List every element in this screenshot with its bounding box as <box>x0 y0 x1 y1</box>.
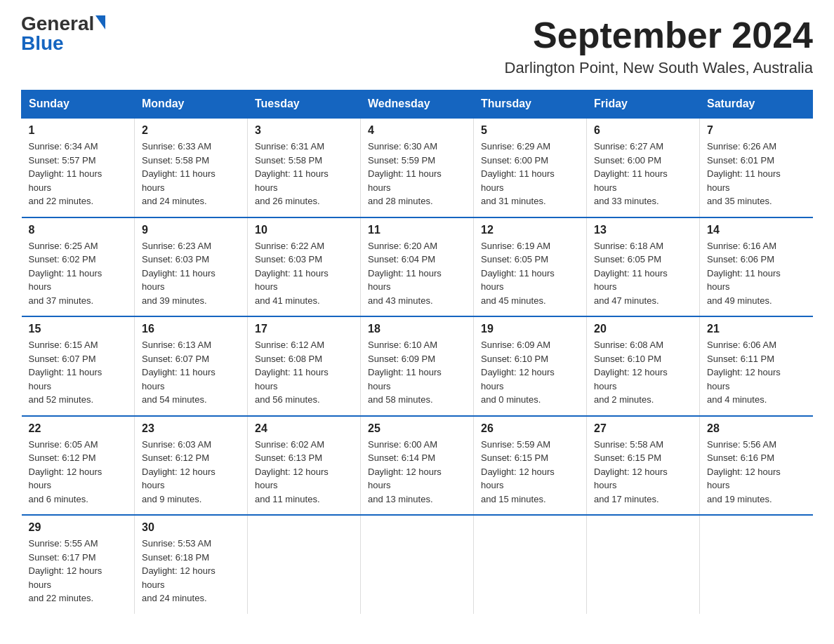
calendar-week-row: 15Sunrise: 6:15 AMSunset: 6:07 PMDayligh… <box>22 316 813 416</box>
calendar-cell: 30Sunrise: 5:53 AMSunset: 6:18 PMDayligh… <box>135 515 248 614</box>
header-thursday: Thursday <box>474 90 587 119</box>
day-number: 24 <box>255 422 353 435</box>
calendar-cell: 21Sunrise: 6:06 AMSunset: 6:11 PMDayligh… <box>700 316 813 416</box>
day-info: Sunrise: 6:10 AMSunset: 6:09 PMDaylight:… <box>368 338 466 407</box>
day-info: Sunrise: 6:30 AMSunset: 5:59 PMDaylight:… <box>368 140 466 208</box>
day-number: 17 <box>255 323 353 335</box>
day-info: Sunrise: 5:55 AMSunset: 6:17 PMDaylight:… <box>29 537 128 605</box>
day-number: 14 <box>707 224 806 236</box>
page-header: General Blue September 2024 Darlington P… <box>21 14 813 77</box>
day-info: Sunrise: 6:26 AMSunset: 6:01 PMDaylight:… <box>707 140 806 208</box>
day-number: 21 <box>707 323 806 335</box>
calendar-cell: 16Sunrise: 6:13 AMSunset: 6:07 PMDayligh… <box>135 316 248 416</box>
calendar-cell: 11Sunrise: 6:20 AMSunset: 6:04 PMDayligh… <box>361 217 474 317</box>
day-info: Sunrise: 6:34 AMSunset: 5:57 PMDaylight:… <box>29 140 128 208</box>
header-wednesday: Wednesday <box>361 90 474 119</box>
calendar-cell: 13Sunrise: 6:18 AMSunset: 6:05 PMDayligh… <box>587 217 700 317</box>
day-number: 7 <box>707 124 806 137</box>
day-info: Sunrise: 5:56 AMSunset: 6:16 PMDaylight:… <box>707 438 806 507</box>
calendar-cell: 27Sunrise: 5:58 AMSunset: 6:15 PMDayligh… <box>587 416 700 516</box>
day-info: Sunrise: 6:08 AMSunset: 6:10 PMDaylight:… <box>594 338 692 407</box>
day-number: 27 <box>594 422 692 435</box>
day-info: Sunrise: 5:58 AMSunset: 6:15 PMDaylight:… <box>594 438 692 507</box>
day-number: 4 <box>368 124 466 137</box>
calendar-cell: 28Sunrise: 5:56 AMSunset: 6:16 PMDayligh… <box>700 416 813 516</box>
calendar-cell: 8Sunrise: 6:25 AMSunset: 6:02 PMDaylight… <box>22 217 135 317</box>
day-info: Sunrise: 6:19 AMSunset: 6:05 PMDaylight:… <box>481 239 579 308</box>
calendar-cell: 17Sunrise: 6:12 AMSunset: 6:08 PMDayligh… <box>248 316 361 416</box>
calendar-cell: 7Sunrise: 6:26 AMSunset: 6:01 PMDaylight… <box>700 118 813 217</box>
day-number: 18 <box>368 323 466 335</box>
day-info: Sunrise: 6:29 AMSunset: 6:00 PMDaylight:… <box>481 140 579 208</box>
day-info: Sunrise: 6:25 AMSunset: 6:02 PMDaylight:… <box>29 239 128 308</box>
calendar-cell: 14Sunrise: 6:16 AMSunset: 6:06 PMDayligh… <box>700 217 813 317</box>
calendar-cell: 20Sunrise: 6:08 AMSunset: 6:10 PMDayligh… <box>587 316 700 416</box>
month-year-title: September 2024 <box>505 14 813 56</box>
header-sunday: Sunday <box>22 90 135 119</box>
calendar-cell: 24Sunrise: 6:02 AMSunset: 6:13 PMDayligh… <box>248 416 361 516</box>
day-number: 8 <box>29 224 128 236</box>
calendar-cell: 5Sunrise: 6:29 AMSunset: 6:00 PMDaylight… <box>474 118 587 217</box>
calendar-header-row: SundayMondayTuesdayWednesdayThursdayFrid… <box>22 90 813 119</box>
day-info: Sunrise: 6:12 AMSunset: 6:08 PMDaylight:… <box>255 338 353 407</box>
day-info: Sunrise: 6:27 AMSunset: 6:00 PMDaylight:… <box>594 140 692 208</box>
header-saturday: Saturday <box>700 90 813 119</box>
day-number: 11 <box>368 224 466 236</box>
logo-general-text: General <box>21 14 94 34</box>
calendar-cell: 23Sunrise: 6:03 AMSunset: 6:12 PMDayligh… <box>135 416 248 516</box>
day-number: 19 <box>481 323 579 335</box>
calendar-cell: 10Sunrise: 6:22 AMSunset: 6:03 PMDayligh… <box>248 217 361 317</box>
day-number: 26 <box>481 422 579 435</box>
day-info: Sunrise: 6:22 AMSunset: 6:03 PMDaylight:… <box>255 239 353 308</box>
calendar-cell: 4Sunrise: 6:30 AMSunset: 5:59 PMDaylight… <box>361 118 474 217</box>
calendar-cell: 2Sunrise: 6:33 AMSunset: 5:58 PMDaylight… <box>135 118 248 217</box>
calendar-cell: 25Sunrise: 6:00 AMSunset: 6:14 PMDayligh… <box>361 416 474 516</box>
header-monday: Monday <box>135 90 248 119</box>
day-info: Sunrise: 5:53 AMSunset: 6:18 PMDaylight:… <box>142 537 240 605</box>
logo-triangle-icon <box>95 15 105 29</box>
header-friday: Friday <box>587 90 700 119</box>
day-info: Sunrise: 6:23 AMSunset: 6:03 PMDaylight:… <box>142 239 240 308</box>
calendar-cell <box>474 515 587 614</box>
calendar-cell <box>248 515 361 614</box>
day-number: 13 <box>594 224 692 236</box>
day-info: Sunrise: 6:20 AMSunset: 6:04 PMDaylight:… <box>368 239 466 308</box>
calendar-cell: 1Sunrise: 6:34 AMSunset: 5:57 PMDaylight… <box>22 118 135 217</box>
day-number: 1 <box>29 124 128 137</box>
day-number: 6 <box>594 124 692 137</box>
calendar-cell <box>587 515 700 614</box>
day-number: 28 <box>707 422 806 435</box>
day-info: Sunrise: 6:13 AMSunset: 6:07 PMDaylight:… <box>142 338 240 407</box>
calendar-cell: 12Sunrise: 6:19 AMSunset: 6:05 PMDayligh… <box>474 217 587 317</box>
calendar-week-row: 22Sunrise: 6:05 AMSunset: 6:12 PMDayligh… <box>22 416 813 516</box>
calendar-cell: 19Sunrise: 6:09 AMSunset: 6:10 PMDayligh… <box>474 316 587 416</box>
calendar-cell: 29Sunrise: 5:55 AMSunset: 6:17 PMDayligh… <box>22 515 135 614</box>
header-tuesday: Tuesday <box>248 90 361 119</box>
day-info: Sunrise: 6:03 AMSunset: 6:12 PMDaylight:… <box>142 438 240 507</box>
day-info: Sunrise: 6:09 AMSunset: 6:10 PMDaylight:… <box>481 338 579 407</box>
calendar-cell: 3Sunrise: 6:31 AMSunset: 5:58 PMDaylight… <box>248 118 361 217</box>
day-info: Sunrise: 6:18 AMSunset: 6:05 PMDaylight:… <box>594 239 692 308</box>
day-info: Sunrise: 6:02 AMSunset: 6:13 PMDaylight:… <box>255 438 353 507</box>
day-info: Sunrise: 6:15 AMSunset: 6:07 PMDaylight:… <box>29 338 128 407</box>
day-info: Sunrise: 5:59 AMSunset: 6:15 PMDaylight:… <box>481 438 579 507</box>
day-info: Sunrise: 6:06 AMSunset: 6:11 PMDaylight:… <box>707 338 806 407</box>
day-number: 22 <box>29 422 128 435</box>
calendar-week-row: 8Sunrise: 6:25 AMSunset: 6:02 PMDaylight… <box>22 217 813 317</box>
day-number: 10 <box>255 224 353 236</box>
day-number: 2 <box>142 124 240 137</box>
day-number: 23 <box>142 422 240 435</box>
calendar-table: SundayMondayTuesdayWednesdayThursdayFrid… <box>21 90 813 614</box>
day-info: Sunrise: 6:16 AMSunset: 6:06 PMDaylight:… <box>707 239 806 308</box>
day-info: Sunrise: 6:31 AMSunset: 5:58 PMDaylight:… <box>255 140 353 208</box>
day-number: 16 <box>142 323 240 335</box>
day-number: 9 <box>142 224 240 236</box>
day-number: 25 <box>368 422 466 435</box>
day-info: Sunrise: 6:33 AMSunset: 5:58 PMDaylight:… <box>142 140 240 208</box>
title-area: September 2024 Darlington Point, New Sou… <box>505 14 813 77</box>
day-info: Sunrise: 6:05 AMSunset: 6:12 PMDaylight:… <box>29 438 128 507</box>
calendar-cell: 15Sunrise: 6:15 AMSunset: 6:07 PMDayligh… <box>22 316 135 416</box>
day-number: 12 <box>481 224 579 236</box>
calendar-cell: 6Sunrise: 6:27 AMSunset: 6:00 PMDaylight… <box>587 118 700 217</box>
day-number: 15 <box>29 323 128 335</box>
